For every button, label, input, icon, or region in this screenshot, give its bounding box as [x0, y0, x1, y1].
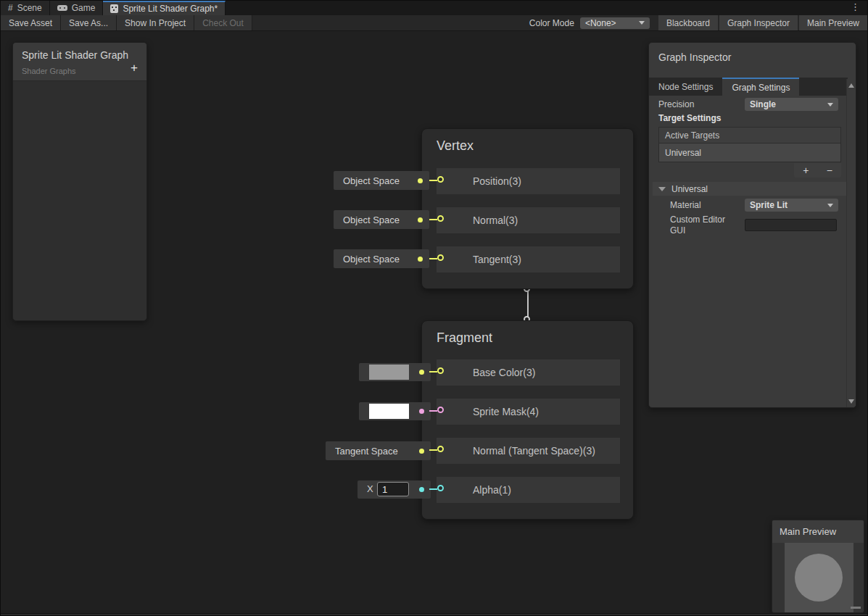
- vertex-slot-normal: Normal(3): [437, 207, 620, 233]
- tab-node-settings[interactable]: Node Settings: [649, 78, 722, 96]
- color-mode-label: Color Mode: [529, 18, 574, 28]
- blackboard-title: Sprite Lit Shader Graph: [22, 49, 138, 61]
- active-target-item[interactable]: Universal: [659, 143, 840, 162]
- alpha-float-control: X: [357, 480, 431, 499]
- check-out-button: Check Out: [194, 15, 252, 30]
- slot-label: Normal(3): [473, 215, 518, 226]
- window-tab-bar: # Scene Game Sprite Lit Shader Graph* ⋮: [1, 1, 867, 15]
- port-dot: [419, 409, 424, 414]
- slot-link: [429, 410, 437, 412]
- port-dot: [419, 487, 424, 492]
- blackboard-panel[interactable]: Sprite Lit Shader Graph Shader Graphs +: [12, 42, 147, 321]
- window-bottom-edge: [1, 613, 867, 616]
- main-preview-header: Main Preview: [772, 520, 864, 543]
- chevron-down-icon: [827, 103, 833, 107]
- graph-inspector-panel[interactable]: Graph Inspector Node Settings Graph Sett…: [648, 42, 856, 408]
- graph-inspector-toggle-button[interactable]: Graph Inspector: [719, 15, 798, 30]
- unity-shader-graph-window: # Scene Game Sprite Lit Shader Graph* ⋮ …: [0, 0, 868, 616]
- color-mode-dropdown[interactable]: <None>: [580, 17, 650, 29]
- shader-graph-toolbar: Save Asset Save As... Show In Project Ch…: [1, 15, 867, 31]
- blackboard-toggle-button[interactable]: Blackboard: [658, 15, 718, 30]
- inspector-scrollbar[interactable]: [846, 79, 856, 408]
- add-target-button[interactable]: +: [794, 163, 818, 178]
- material-label: Material: [670, 200, 701, 210]
- blackboard-header: Sprite Lit Shader Graph Shader Graphs +: [13, 43, 146, 81]
- port-dot: [418, 178, 423, 183]
- normal-ts-space-dropdown[interactable]: Tangent Space: [326, 441, 431, 460]
- active-targets-header: Active Targets: [659, 128, 840, 143]
- fragment-slot-normal-ts: Normal (Tangent Space)(3): [437, 438, 620, 464]
- fragment-node[interactable]: Fragment Base Color(3) Sprite Mask(4) No…: [421, 320, 634, 520]
- color-mode-value: <None>: [585, 18, 616, 28]
- add-property-button[interactable]: +: [131, 62, 138, 74]
- scene-grid-icon: #: [8, 3, 13, 13]
- position-space-dropdown[interactable]: Object Space: [334, 171, 429, 190]
- space-dropdown-label: Object Space: [334, 215, 400, 225]
- material-dropdown[interactable]: Sprite Lit: [745, 199, 838, 212]
- gamepad-icon: [57, 5, 67, 11]
- vertex-slot-position: Position(3): [437, 168, 620, 194]
- tangent-space-dropdown[interactable]: Object Space: [334, 249, 429, 268]
- show-in-project-button[interactable]: Show In Project: [117, 15, 194, 30]
- fragment-slot-base-color: Base Color(3): [437, 359, 620, 386]
- vertex-node-title: Vertex: [437, 138, 474, 154]
- main-preview-panel[interactable]: Main Preview: [772, 520, 864, 613]
- vertex-node[interactable]: Vertex Position(3) Normal(3) Tangent(3): [421, 128, 634, 289]
- window-menu-icon[interactable]: ⋮: [851, 1, 860, 12]
- tab-graph-settings[interactable]: Graph Settings: [722, 78, 799, 96]
- sprite-mask-control: [359, 402, 431, 420]
- remove-target-button[interactable]: −: [818, 163, 842, 178]
- normal-port[interactable]: [437, 215, 444, 222]
- x-component-label: X: [367, 483, 373, 494]
- base-color-port[interactable]: [437, 367, 444, 374]
- scroll-up-icon[interactable]: [848, 83, 854, 88]
- slot-link: [429, 219, 437, 220]
- precision-value: Single: [750, 99, 776, 109]
- slot-label: Tangent(3): [473, 254, 521, 265]
- fragment-slot-sprite-mask: Sprite Mask(4): [437, 399, 620, 425]
- vertex-fragment-edge[interactable]: [527, 291, 529, 317]
- normal-ts-port[interactable]: [437, 446, 444, 452]
- save-as-button[interactable]: Save As...: [61, 15, 117, 30]
- universal-foldout-label: Universal: [671, 184, 708, 194]
- active-targets-list: Active Targets Universal: [658, 127, 841, 162]
- slot-label: Position(3): [473, 175, 521, 187]
- blackboard-subtitle: Shader Graphs: [22, 67, 138, 75]
- vertex-slot-tangent: Tangent(3): [437, 246, 620, 272]
- fragment-node-title: Fragment: [437, 330, 492, 346]
- slot-link: [429, 371, 437, 372]
- tab-shader-graph[interactable]: Sprite Lit Shader Graph*: [103, 1, 226, 15]
- space-dropdown-label: Object Space: [334, 175, 400, 186]
- save-asset-button[interactable]: Save Asset: [1, 15, 61, 30]
- slot-link: [429, 488, 437, 490]
- alpha-value-input[interactable]: [377, 482, 409, 496]
- slot-link: [429, 449, 437, 451]
- port-dot: [419, 449, 424, 454]
- target-settings-label: Target Settings: [658, 113, 721, 123]
- normal-space-dropdown[interactable]: Object Space: [334, 210, 429, 229]
- preview-render-area: [785, 543, 853, 612]
- sprite-mask-swatch[interactable]: [369, 404, 409, 419]
- universal-foldout[interactable]: Universal: [653, 182, 848, 196]
- main-preview-title: Main Preview: [780, 526, 836, 537]
- scroll-down-icon[interactable]: [848, 399, 854, 404]
- space-dropdown-label: Tangent Space: [326, 446, 398, 457]
- tangent-port[interactable]: [437, 254, 444, 261]
- chevron-down-icon: [827, 204, 833, 207]
- sprite-mask-port[interactable]: [437, 407, 444, 413]
- custom-editor-gui-input[interactable]: [745, 219, 837, 231]
- custom-editor-gui-label: Custom Editor GUI: [670, 215, 740, 236]
- chevron-down-icon: [639, 21, 645, 25]
- precision-dropdown[interactable]: Single: [745, 98, 838, 111]
- port-dot: [418, 217, 423, 222]
- position-port[interactable]: [437, 176, 444, 183]
- tab-shader-graph-label: Sprite Lit Shader Graph*: [123, 4, 218, 14]
- base-color-swatch[interactable]: [369, 365, 409, 380]
- tab-scene[interactable]: # Scene: [1, 1, 50, 15]
- preview-resize-handle[interactable]: [851, 607, 861, 609]
- port-dot: [418, 257, 423, 262]
- alpha-port[interactable]: [437, 485, 444, 491]
- base-color-control: [359, 363, 431, 381]
- main-preview-toggle-button[interactable]: Main Preview: [799, 15, 867, 30]
- tab-game[interactable]: Game: [50, 1, 104, 15]
